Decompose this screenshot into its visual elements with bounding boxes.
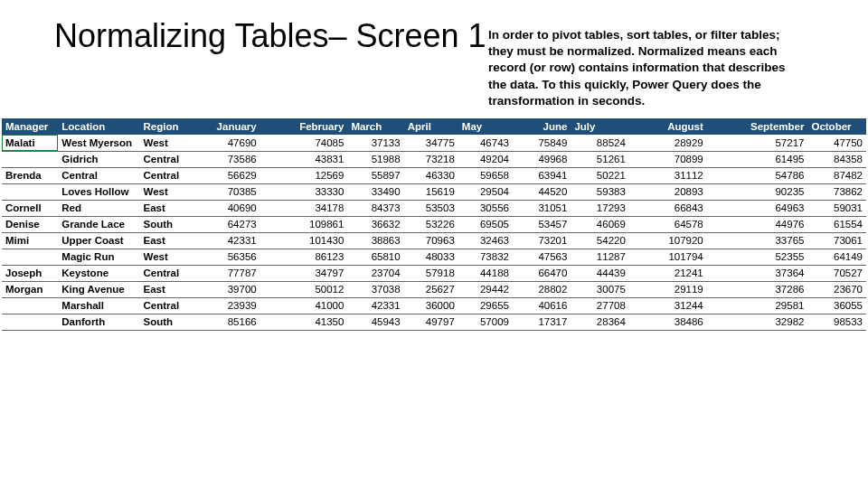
cell-value: 51988 — [347, 151, 403, 167]
table-row: GidrichCentral73586438315198873218492044… — [2, 151, 866, 167]
cell-location: West Myerson — [58, 135, 139, 151]
cell-value: 56629 — [196, 167, 260, 183]
table-row: CornellRedEast40690341788437353503305563… — [2, 200, 866, 216]
cell-value: 44188 — [458, 265, 513, 281]
cell-value: 47750 — [807, 135, 866, 151]
cell-value: 101794 — [629, 249, 707, 265]
cell-value: 77787 — [196, 265, 260, 281]
cell-value: 30556 — [458, 200, 513, 216]
cell-value: 44976 — [707, 216, 808, 232]
cell-region: South — [140, 314, 196, 330]
cell-region: South — [140, 216, 196, 232]
cell-value: 107920 — [629, 232, 707, 249]
cell-value: 47563 — [513, 249, 571, 265]
table-row: MimiUpper CoastEast423311014303886370963… — [2, 232, 866, 249]
cell-region: Central — [140, 297, 196, 314]
cell-value: 40690 — [196, 200, 260, 216]
cell-value: 84358 — [807, 151, 866, 167]
cell-value: 41000 — [260, 297, 348, 314]
cell-region: West — [140, 183, 196, 200]
cell-location: Red — [58, 200, 139, 216]
table-row: MarshallCentral2393941000423313600029655… — [2, 297, 866, 314]
cell-manager — [2, 151, 58, 167]
cell-value: 36055 — [807, 297, 866, 314]
cell-value: 49797 — [404, 314, 458, 330]
cell-manager[interactable]: Malati — [2, 135, 58, 151]
cell-value: 38486 — [629, 314, 707, 330]
cell-value: 64963 — [707, 200, 808, 216]
cell-value: 73061 — [807, 232, 866, 249]
cell-value: 101430 — [260, 232, 348, 249]
cell-value: 36632 — [347, 216, 403, 232]
col-may: May — [458, 118, 513, 135]
cell-value: 23670 — [807, 281, 866, 297]
cell-value: 70963 — [404, 232, 458, 249]
cell-value: 64273 — [196, 216, 260, 232]
cell-value: 73586 — [196, 151, 260, 167]
cell-value: 55897 — [347, 167, 403, 183]
cell-value: 25627 — [404, 281, 458, 297]
cell-value: 59658 — [458, 167, 513, 183]
cell-value: 23939 — [196, 297, 260, 314]
cell-value: 66843 — [629, 200, 707, 216]
cell-location: Marshall — [58, 297, 139, 314]
cell-value: 32982 — [707, 314, 808, 330]
col-june: June — [513, 118, 571, 135]
cell-value: 54220 — [571, 232, 628, 249]
cell-value: 29504 — [458, 183, 513, 200]
cell-value: 98533 — [807, 314, 866, 330]
cell-value: 53457 — [513, 216, 571, 232]
cell-location: Gidrich — [58, 151, 139, 167]
cell-value: 46743 — [458, 135, 513, 151]
cell-value: 15619 — [404, 183, 458, 200]
cell-region: East — [140, 281, 196, 297]
cell-value: 37286 — [707, 281, 808, 297]
cell-value: 37364 — [707, 265, 808, 281]
cell-value: 86123 — [260, 249, 348, 265]
cell-value: 75849 — [513, 135, 571, 151]
col-august: August — [629, 118, 707, 135]
cell-manager — [2, 297, 58, 314]
cell-location: Magic Run — [58, 249, 139, 265]
cell-value: 64149 — [807, 249, 866, 265]
cell-value: 32463 — [458, 232, 513, 249]
cell-value: 65810 — [347, 249, 403, 265]
cell-value: 44520 — [513, 183, 571, 200]
cell-value: 11287 — [571, 249, 628, 265]
cell-value: 53503 — [404, 200, 458, 216]
cell-value: 29655 — [458, 297, 513, 314]
cell-value: 84373 — [347, 200, 403, 216]
cell-value: 45943 — [347, 314, 403, 330]
cell-value: 66470 — [513, 265, 571, 281]
cell-value: 29581 — [707, 297, 808, 314]
cell-location: Grande Lace — [58, 216, 139, 232]
cell-region: Central — [140, 167, 196, 183]
cell-region: West — [140, 249, 196, 265]
cell-value: 46069 — [571, 216, 628, 232]
cell-value: 20893 — [629, 183, 707, 200]
cell-value: 42331 — [347, 297, 403, 314]
cell-value: 48033 — [404, 249, 458, 265]
cell-value: 42331 — [196, 232, 260, 249]
cell-region: Central — [140, 265, 196, 281]
cell-value: 90235 — [707, 183, 808, 200]
cell-value: 63941 — [513, 167, 571, 183]
cell-value: 88524 — [571, 135, 628, 151]
cell-value: 70527 — [807, 265, 866, 281]
cell-value: 36000 — [404, 297, 458, 314]
cell-value: 46330 — [404, 167, 458, 183]
data-table-container: Manager Location Region January February… — [0, 118, 868, 331]
cell-value: 28929 — [629, 135, 707, 151]
cell-value: 34775 — [404, 135, 458, 151]
col-location: Location — [58, 118, 139, 135]
cell-manager: Morgan — [2, 281, 58, 297]
cell-value: 37133 — [347, 135, 403, 151]
table-row: Loves HollowWest703853333033490156192950… — [2, 183, 866, 200]
cell-value: 37038 — [347, 281, 403, 297]
table-row: DanforthSouth851664135045943497975700917… — [2, 314, 866, 330]
cell-value: 49968 — [513, 151, 571, 167]
cell-value: 34178 — [260, 200, 348, 216]
cell-location: Keystone — [58, 265, 139, 281]
cell-value: 57918 — [404, 265, 458, 281]
slide-title: Normalizing Tables– Screen 1 — [0, 18, 488, 109]
